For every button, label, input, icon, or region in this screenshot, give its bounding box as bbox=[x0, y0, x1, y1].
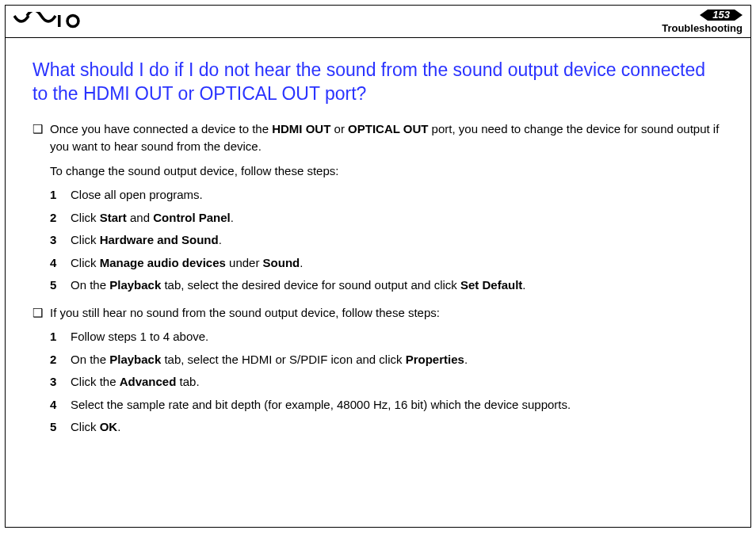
bullet-intro: If you still hear no sound from the soun… bbox=[50, 304, 724, 322]
step-number: 3 bbox=[50, 231, 71, 250]
section-label: Troubleshooting bbox=[662, 22, 743, 34]
step-text: On the Playback tab, select the HDMI or … bbox=[71, 351, 724, 369]
step-number: 1 bbox=[50, 328, 71, 346]
step-text: Click Manage audio devices under Sound. bbox=[71, 254, 724, 273]
page-number: 153 bbox=[708, 10, 735, 21]
step-number: 4 bbox=[50, 396, 71, 414]
bullet-item: ❑ Once you have connected a device to th… bbox=[32, 120, 724, 299]
text: If you still hear no sound from the soun… bbox=[50, 306, 440, 319]
svg-rect-0 bbox=[58, 15, 61, 27]
step-number: 5 bbox=[50, 418, 71, 437]
page-header: 153 Troubleshooting bbox=[6, 6, 750, 38]
step-text: Close all open programs. bbox=[71, 186, 724, 204]
step-text: Follow steps 1 to 4 above. bbox=[71, 328, 724, 346]
step-number: 2 bbox=[50, 351, 71, 369]
bullet-body: If you still hear no sound from the soun… bbox=[50, 304, 724, 441]
step-number: 2 bbox=[50, 209, 71, 227]
next-page-icon[interactable] bbox=[735, 10, 743, 21]
bullet-intro: Once you have connected a device to the … bbox=[50, 120, 724, 156]
bold-text: OPTICAL OUT bbox=[348, 122, 428, 135]
header-right: 153 Troubleshooting bbox=[662, 10, 743, 34]
step-text: On the Playback tab, select the desired … bbox=[71, 277, 724, 295]
content-area: What should I do if I do not hear the so… bbox=[6, 38, 750, 527]
bullet-icon: ❑ bbox=[32, 304, 50, 321]
step-row: 2 On the Playback tab, select the HDMI o… bbox=[50, 351, 724, 369]
step-row: 1 Follow steps 1 to 4 above. bbox=[50, 328, 724, 346]
vaio-logo-icon bbox=[13, 12, 93, 31]
text: or bbox=[330, 122, 348, 135]
step-row: 2 Click Start and Control Panel. bbox=[50, 209, 724, 227]
step-row: 3 Click Hardware and Sound. bbox=[50, 231, 724, 250]
bold-text: HDMI OUT bbox=[272, 122, 330, 135]
page-title: What should I do if I do not hear the so… bbox=[32, 59, 724, 106]
document-page: 153 Troubleshooting What should I do if … bbox=[5, 5, 751, 528]
step-text: Click the Advanced tab. bbox=[71, 373, 724, 391]
step-number: 3 bbox=[50, 373, 71, 391]
page-nav: 153 bbox=[700, 10, 743, 21]
text: Once you have connected a device to the bbox=[50, 122, 272, 135]
step-text: Click Start and Control Panel. bbox=[71, 209, 724, 227]
bullet-item: ❑ If you still hear no sound from the so… bbox=[32, 304, 724, 441]
step-number: 5 bbox=[50, 277, 71, 295]
step-text: Select the sample rate and bit depth (fo… bbox=[71, 396, 724, 414]
step-row: 5 On the Playback tab, select the desire… bbox=[50, 277, 724, 295]
step-number: 4 bbox=[50, 254, 71, 273]
vaio-logo bbox=[13, 12, 93, 31]
prev-page-icon[interactable] bbox=[700, 10, 708, 21]
step-number: 1 bbox=[50, 186, 71, 204]
svg-point-1 bbox=[67, 16, 78, 27]
step-row: 4 Select the sample rate and bit depth (… bbox=[50, 396, 724, 414]
step-text: Click Hardware and Sound. bbox=[71, 231, 724, 250]
bullet-lead: To change the sound output device, follo… bbox=[50, 162, 724, 181]
step-text: Click OK. bbox=[71, 418, 724, 437]
bullet-body: Once you have connected a device to the … bbox=[50, 120, 724, 299]
step-row: 4 Click Manage audio devices under Sound… bbox=[50, 254, 724, 273]
bullet-icon: ❑ bbox=[32, 120, 50, 137]
step-row: 5 Click OK. bbox=[50, 418, 724, 437]
step-row: 1 Close all open programs. bbox=[50, 186, 724, 204]
step-row: 3 Click the Advanced tab. bbox=[50, 373, 724, 391]
